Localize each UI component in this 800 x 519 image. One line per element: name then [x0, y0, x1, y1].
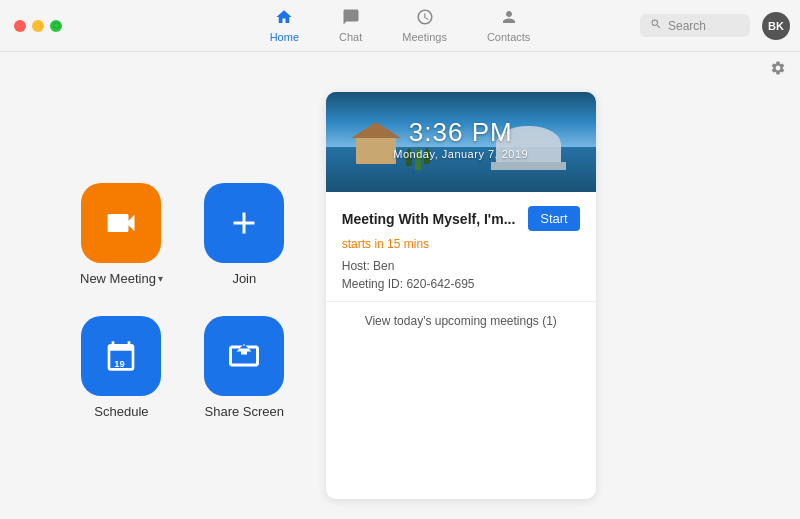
meeting-title: Meeting With Myself, I'm...	[342, 211, 516, 227]
search-icon	[650, 18, 662, 33]
dropdown-arrow-icon: ▾	[158, 273, 163, 284]
action-grid: New Meeting ▾ Join 19	[80, 92, 286, 499]
search-box[interactable]: Search	[640, 14, 750, 37]
banner-date: Monday, January 7, 2019	[326, 148, 596, 160]
minimize-button[interactable]	[32, 20, 44, 32]
meeting-id-label: Meeting ID: 620-642-695	[342, 277, 580, 291]
svg-text:19: 19	[115, 358, 125, 368]
schedule-item[interactable]: 19 Schedule	[80, 316, 163, 419]
search-area: Search	[640, 14, 750, 37]
new-meeting-item[interactable]: New Meeting ▾	[80, 183, 163, 286]
tab-home[interactable]: Home	[250, 4, 319, 47]
main-content: New Meeting ▾ Join 19	[0, 52, 800, 519]
tab-contacts[interactable]: Contacts	[467, 4, 550, 47]
meeting-banner: 3:36 PM Monday, January 7, 2019	[326, 92, 596, 192]
tab-meetings[interactable]: Meetings	[382, 4, 467, 47]
meeting-starts-label: starts in 15 mins	[342, 237, 580, 251]
title-bar: Home Chat Meetings Cont	[0, 0, 800, 52]
chat-icon	[342, 8, 360, 29]
banner-time: 3:36 PM	[326, 117, 596, 148]
avatar[interactable]: BK	[762, 12, 790, 40]
home-icon	[275, 8, 293, 29]
search-placeholder: Search	[668, 19, 706, 33]
tab-meetings-label: Meetings	[402, 31, 447, 43]
join-button[interactable]	[204, 183, 284, 263]
tab-home-label: Home	[270, 31, 299, 43]
schedule-label: Schedule	[94, 404, 148, 419]
meeting-panel: 3:36 PM Monday, January 7, 2019 Meeting …	[326, 92, 596, 499]
share-screen-item[interactable]: Share Screen	[203, 316, 286, 419]
meeting-title-row: Meeting With Myself, I'm... Start	[342, 206, 580, 231]
meeting-host-label: Host: Ben	[342, 259, 580, 273]
meeting-card: 3:36 PM Monday, January 7, 2019 Meeting …	[326, 92, 596, 499]
tab-chat[interactable]: Chat	[319, 4, 382, 47]
start-meeting-button[interactable]: Start	[528, 206, 579, 231]
traffic-lights	[0, 20, 62, 32]
contacts-icon	[500, 8, 518, 29]
tab-chat-label: Chat	[339, 31, 362, 43]
meeting-info: Meeting With Myself, I'm... Start starts…	[326, 192, 596, 301]
schedule-button[interactable]: 19	[81, 316, 161, 396]
avatar-initials: BK	[768, 20, 784, 32]
join-label: Join	[232, 271, 256, 286]
join-item[interactable]: Join	[203, 183, 286, 286]
settings-icon[interactable]	[770, 60, 786, 80]
tab-contacts-label: Contacts	[487, 31, 530, 43]
new-meeting-label: New Meeting ▾	[80, 271, 163, 286]
maximize-button[interactable]	[50, 20, 62, 32]
close-button[interactable]	[14, 20, 26, 32]
new-meeting-button[interactable]	[81, 183, 161, 263]
meetings-icon	[416, 8, 434, 29]
view-upcoming-link[interactable]: View today's upcoming meetings (1)	[326, 301, 596, 340]
share-screen-button[interactable]	[204, 316, 284, 396]
share-screen-label: Share Screen	[205, 404, 285, 419]
